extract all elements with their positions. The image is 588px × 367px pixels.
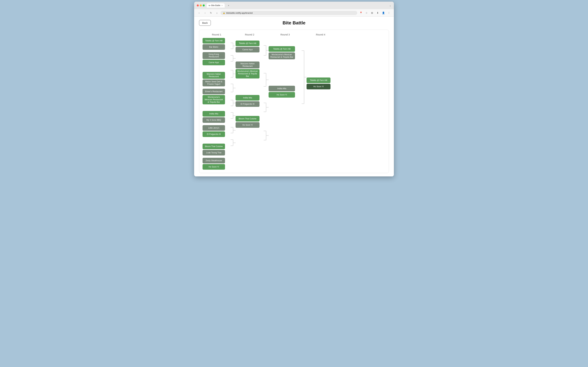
fullscreen-button[interactable] — [203, 4, 205, 6]
round-2-label: Round 2 — [245, 33, 254, 36]
r2-match2-team1: Marzano Italian Restaurant — [235, 61, 264, 68]
r2-match1-team2: Carne Aqui — [235, 47, 264, 52]
round-1-label: Round 1 — [212, 33, 221, 36]
round-1-matches: Tibbitts @ Fern Hill Bar Bistro Hong Kon… — [203, 38, 231, 170]
toolbar-actions: 📍 ☆ ⊞ ⬇ 👤 ⋮ — [359, 10, 391, 15]
window-controls: ⌄ — [389, 4, 391, 7]
connector-svg-r3-r4 — [302, 39, 307, 158]
reload-button[interactable]: ↻ — [209, 10, 213, 15]
r1-match4-team2: Moctezuma's Mexican Restaurant & Tequila… — [203, 95, 231, 104]
r4-match1-team2: Ho Soon Yi — [307, 84, 335, 89]
round-2-col: Round 2 Tibbitts @ Fern Hill Carne Aqui … — [235, 33, 264, 128]
r1-match2-team2: Carne Aqui — [203, 60, 231, 65]
r1-match1-team1: Tibbitts @ Fern Hill — [203, 38, 231, 43]
connector-r2-r3 — [264, 33, 268, 158]
browser-titlebar: 🍽 Bite Battle ✕ + ⌄ — [194, 2, 394, 9]
r1-match3-team2: Melon Seed Deli & Frozen Yogurt — [203, 79, 231, 86]
r2-match4-team2: Ho Soon Yi — [235, 122, 264, 128]
tab-title: Bite Battle — [211, 4, 220, 7]
app-content: Back Bite Battle Round 1 Tibbitts @ Fern… — [194, 17, 394, 176]
close-button[interactable] — [197, 4, 199, 6]
url-text: bitebattle.netlify.app/bracket — [226, 12, 253, 14]
r1-match5-team2: My 4 Sons BBQ — [203, 117, 231, 123]
r1-match6-team1: Little Jerry's — [203, 125, 231, 131]
traffic-lights — [197, 4, 205, 6]
r1-match7-team2: Loak Toung Thai — [203, 150, 231, 156]
connector-svg-r2-r3 — [264, 39, 268, 158]
r2-match3-team1: Indita Mia — [235, 95, 264, 100]
r4-match1-team1: Tibbitts @ Fern Hill — [307, 77, 335, 83]
r1-match7-team1: Bloom Thai Cuisine — [203, 144, 231, 149]
r2-match2-team2: Moctezuma's Mexican Restaurant & Tequila… — [235, 69, 264, 78]
round-3-col: Round 3 Tibbitts @ Fern Hill Moctezuma's… — [268, 33, 302, 98]
browser-tab[interactable]: 🍽 Bite Battle ✕ — [207, 3, 225, 8]
address-bar[interactable]: 🔒 bitebattle.netlify.app/bracket — [221, 11, 357, 15]
location-icon[interactable]: 📍 — [359, 10, 363, 15]
r2-match4-team1: Bloom Thai Cuisine — [235, 116, 264, 122]
connector-r1-r2 — [231, 33, 235, 165]
browser-toolbar: ‹ › ↻ ⌂ 🔒 bitebattle.netlify.app/bracket… — [194, 9, 394, 17]
home-button[interactable]: ⌂ — [215, 10, 219, 15]
round-4-col: Round 4 Tibbitts @ Fern Hill Ho Soon Yi — [307, 33, 335, 89]
extensions-icon[interactable]: ⊞ — [370, 10, 374, 15]
r1-match2-team1: Hong Kong Restaurant — [203, 52, 231, 59]
r1-match8-team1: Zesty Steakhouse — [203, 158, 231, 163]
back-nav-button[interactable]: ‹ — [197, 10, 201, 15]
r1-match8-team2: Ho Soon Yi — [203, 164, 231, 170]
r1-match1-team2: Bar Bistro — [203, 44, 231, 50]
bracket-container: Round 1 Tibbitts @ Fern Hill Bar Bistro … — [199, 30, 389, 173]
bookmark-icon[interactable]: ☆ — [364, 10, 369, 15]
tab-close-icon[interactable]: ✕ — [221, 5, 223, 6]
page-title: Bite Battle — [283, 20, 305, 25]
round-4-matches: Tibbitts @ Fern Hill Ho Soon Yi — [307, 38, 335, 89]
round-4-label: Round 4 — [316, 33, 325, 36]
connector-svg-r1-r2 — [231, 39, 235, 165]
new-tab-button[interactable]: + — [227, 3, 231, 8]
browser-window: 🍽 Bite Battle ✕ + ⌄ ‹ › ↻ ⌂ 🔒 bitebattle… — [194, 2, 394, 176]
r1-match4-team1: Elmer's Restaurant — [203, 89, 231, 94]
round-2-matches: Tibbitts @ Fern Hill Carne Aqui Marzano … — [235, 38, 264, 128]
lock-icon: 🔒 — [223, 12, 225, 14]
download-icon[interactable]: ⬇ — [375, 10, 380, 15]
minimize-button[interactable] — [200, 4, 202, 6]
r1-match5-team1: Indita Mia — [203, 111, 231, 117]
profile-icon[interactable]: 👤 — [381, 10, 386, 15]
r3-match1-team2: Moctezuma's Mexican Restaurant & Tequila… — [268, 52, 302, 59]
r1-match3-team1: Marzano Italian Restaurant — [203, 72, 231, 79]
r1-match6-team2: El Pulgarcito III — [203, 131, 231, 137]
r2-match1-team1: Tibbitts @ Fern Hill — [235, 41, 264, 46]
r3-match2-team2: Ho Soon Yi — [268, 92, 302, 98]
r2-match3-team2: El Pulgarcito III — [235, 101, 264, 107]
tab-favicon: 🍽 — [209, 5, 210, 6]
back-button[interactable]: Back — [199, 20, 211, 26]
menu-icon[interactable]: ⋮ — [387, 10, 391, 15]
forward-nav-button[interactable]: › — [203, 10, 207, 15]
round-3-matches: Tibbitts @ Fern Hill Moctezuma's Mexican… — [268, 38, 302, 98]
connector-r3-r4 — [302, 33, 307, 158]
app-header: Back Bite Battle — [199, 20, 389, 26]
r3-match2-team1: Indita Mia — [268, 86, 302, 91]
r3-match1-team1: Tibbitts @ Fern Hill — [268, 46, 302, 52]
round-3-label: Round 3 — [280, 33, 290, 36]
round-1-col: Round 1 Tibbitts @ Fern Hill Bar Bistro … — [203, 33, 231, 170]
